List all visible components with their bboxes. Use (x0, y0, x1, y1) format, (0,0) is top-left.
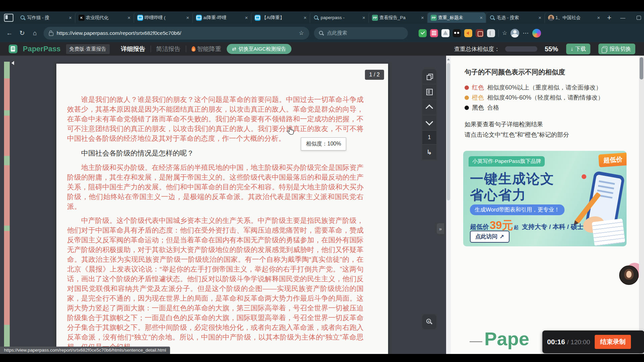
recording-time: 00:16 / 120:00 (547, 338, 590, 346)
page-scrollbar[interactable] (639, 56, 644, 354)
extension-triangle-icon[interactable] (441, 29, 449, 37)
minimap-segment[interactable] (4, 62, 10, 78)
scrollbar-thumb[interactable] (447, 63, 450, 200)
home-icon[interactable]: ⌂ (31, 29, 39, 37)
stop-recording-button[interactable]: 结束录制 (595, 335, 631, 349)
tab-view-report[interactable]: PP 查看报告_Pa × (369, 12, 427, 23)
document-scrollbar[interactable] (446, 56, 451, 354)
brand-name: PaperPass (23, 45, 61, 53)
address-bar: ← ↻ ⌂ https://view.paperpass.com/report/… (0, 24, 644, 42)
close-icon[interactable]: × (185, 15, 190, 20)
minimap-segment[interactable] (4, 78, 10, 110)
previous-page-button[interactable] (422, 100, 436, 115)
xiaomo-ad-banner[interactable]: 小莫写作·PaperPass旗下品牌 超低价 一键生成论文 省心省力 生成Wor… (463, 151, 627, 246)
minimap-segment[interactable] (4, 231, 10, 325)
panel-collapse-handle[interactable]: » (437, 223, 444, 234)
download-label: 下载 (575, 46, 586, 53)
legend-title: 句子的不同颜色表示不同的相似度 (465, 68, 565, 77)
minimap-segment[interactable] (4, 110, 10, 116)
url-text[interactable]: https://view.paperpass.com/report/srtx68… (57, 30, 296, 36)
paragraph-red-1[interactable]: 谁是我们的敌人？谁是我们的朋友？这个问题是革命的首要问题。中国过去一切革命斗争成… (67, 95, 364, 143)
minimap-segment[interactable] (4, 165, 10, 226)
tab-ai-jiangzhong[interactable]: ai降重-哔哩 × (193, 12, 251, 23)
bookmark-star-icon[interactable]: ☆ (299, 29, 304, 37)
download-button[interactable]: ↓ 下载 (566, 44, 590, 54)
close-icon[interactable]: × (68, 15, 73, 20)
lock-icon (49, 32, 53, 36)
close-icon[interactable]: × (361, 15, 366, 20)
tab-bar: 写作猫 - 搜 × K 农业现代化 × 哔哩哔哩 ( × ai降重-哔哩 × 【… (0, 11, 644, 24)
zoom-in-button[interactable]: + (422, 314, 436, 329)
legend-name: 黑色 (472, 104, 484, 112)
close-icon[interactable]: × (596, 15, 601, 20)
similarity-tooltip: 相似度：100% (301, 137, 346, 150)
search-box[interactable]: 点此搜索 (314, 27, 408, 39)
close-icon[interactable]: × (537, 15, 542, 20)
window-controls: — × (615, 11, 644, 24)
tab-zhongguo-shehui[interactable]: 1、中国社会 × (545, 12, 603, 23)
favorites-icon[interactable]: ☆ (502, 29, 507, 37)
search-icon (313, 15, 319, 21)
minimap-segment[interactable] (4, 226, 10, 231)
extension-orange-icon[interactable] (464, 29, 472, 37)
tab-simple-report[interactable]: 简洁报告 (156, 45, 180, 53)
report-switch-button[interactable]: 报告切换 (598, 44, 635, 54)
minimap-segment[interactable] (4, 156, 10, 165)
status-url-bar: https://view.paperpass.com/report/srtx68… (0, 347, 170, 354)
tab-chachong-active[interactable]: PP 查重_标题未 × (428, 12, 486, 23)
copilot-icon[interactable] (532, 29, 541, 38)
paragraph-red-3[interactable]: 中产阶级。这个阶级代表中国城乡资本主义的生产关系。中产阶级主要是指民族资产阶级，… (67, 216, 364, 352)
current-page-input[interactable]: 1 (422, 131, 436, 144)
outline-view-button[interactable] (422, 84, 436, 99)
profile-avatar[interactable] (511, 29, 519, 38)
maximize-button[interactable] (631, 16, 644, 20)
similarity-minimap[interactable] (4, 62, 10, 353)
close-icon[interactable]: × (244, 15, 249, 20)
url-field[interactable]: https://view.paperpass.com/report/srtx68… (44, 27, 309, 40)
close-icon[interactable]: × (303, 15, 308, 20)
browser-workspaces-icon[interactable] (4, 14, 13, 22)
bilibili-icon (255, 15, 261, 21)
tab-ai-jiangzhong-2[interactable]: 【AI降重】 × (252, 12, 310, 23)
ad-title-line2: 省心省力 (470, 186, 526, 204)
search-icon (20, 15, 26, 21)
extension-green-icon[interactable] (419, 29, 427, 37)
reload-icon[interactable]: ↻ (18, 29, 26, 37)
tab-bilibili[interactable]: 哔哩哔哩 ( × (134, 12, 192, 23)
close-icon[interactable]: × (420, 15, 425, 20)
tab-nongye[interactable]: K 农业现代化 × (75, 12, 133, 23)
back-icon[interactable]: ← (5, 29, 13, 37)
minimap-segment[interactable] (4, 116, 10, 156)
report-content-area: 1 / 2 谁是我们的敌人？谁是我们的朋友？这个问题是革命的首要问题。中国过去一… (0, 56, 644, 354)
close-icon[interactable]: × (126, 15, 131, 20)
tab-paperpass-search[interactable]: paperpass - × (310, 12, 368, 23)
ad-title-line1: 一键生成论文 (470, 170, 554, 188)
go-to-page-button[interactable]: ↳ (422, 145, 436, 160)
similarity-value: 55% (545, 45, 558, 53)
switch-aigc-button[interactable]: ⇄ 切换至AIGC检测报告 (227, 44, 291, 54)
scroll-up-arrow-icon[interactable] (447, 58, 450, 60)
smart-reduce-label: 智能降重 (197, 45, 221, 53)
collapse-left-icon[interactable] (11, 61, 14, 65)
extension-tampermonkey-icon[interactable] (453, 29, 461, 37)
next-page-button[interactable] (422, 115, 436, 130)
tab-xiezuomao[interactable]: 写作猫 - 搜 × (17, 12, 75, 23)
paperpass-watermark: Pape (484, 328, 529, 350)
minimize-button[interactable]: — (615, 15, 631, 20)
scrollbar-thumb[interactable] (640, 57, 643, 79)
search-placeholder: 点此搜索 (327, 30, 347, 36)
tab-maoxuan[interactable]: 毛选 - 搜索 × (486, 12, 544, 23)
screen: 写作猫 - 搜 × K 农业现代化 × 哔哩哔哩 ( × ai降重-哔哩 × 【… (0, 0, 644, 362)
document-side-tools: 1 ↳ (422, 69, 436, 160)
extension-pink-icon[interactable] (430, 29, 438, 37)
new-tab-button[interactable]: + (607, 13, 611, 22)
more-menu-icon[interactable]: ⋯ (523, 29, 529, 37)
paragraph-red-2[interactable]: 地主阶级和买办阶级。在经济落后的半殖民地的中国，地主阶级和买办阶级完全是国际资产… (67, 163, 364, 211)
extension-maroon-icon[interactable] (476, 29, 484, 37)
thumbnail-pages-button[interactable] (422, 69, 436, 84)
tab-detail-report[interactable]: 详细报告 (121, 45, 145, 53)
ad-visit-button[interactable]: 点此访问 ↗ (470, 231, 509, 243)
smart-reduce-button[interactable]: 智能降重 (192, 45, 221, 53)
close-icon[interactable]: × (479, 15, 484, 20)
extension-gray-icon[interactable] (487, 29, 495, 37)
